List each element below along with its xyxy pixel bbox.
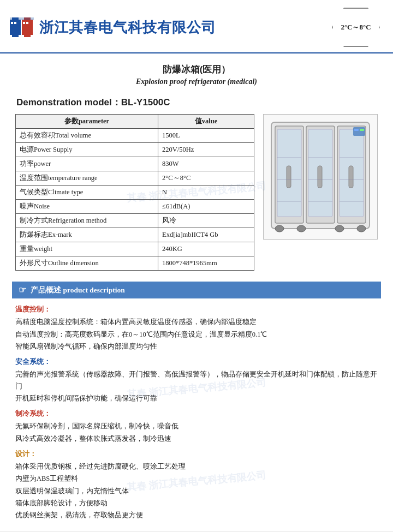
desc-item: 高精度电脑温度控制系统：箱体内置高灵敏度温度传感器，确保内部温度稳定 <box>15 316 378 328</box>
desc-item: 优质钢丝搁架，易清洗，存取物品更方便 <box>15 510 378 521</box>
product-title-cn: 防爆冰箱(医用） <box>5 63 388 76</box>
param-name: 重量weight <box>16 242 158 256</box>
svg-rect-18 <box>349 166 353 188</box>
desc-item: 智能风扇强制冷气循环，确保内部温度均匀性 <box>15 341 378 352</box>
svg-rect-5 <box>14 22 16 24</box>
table-row: 温度范围temperature range2°C～8°C <box>16 171 254 186</box>
product-image <box>263 114 378 240</box>
temp-badge: 2°C～8°C <box>332 8 380 47</box>
table-row: 外形尺寸Outline dimension1800*748*1965mm <box>16 256 254 271</box>
param-value: 240KG <box>158 242 254 256</box>
col2-header: 值value <box>158 115 254 129</box>
svg-rect-16 <box>287 166 291 188</box>
section-title-3: 设计： <box>15 449 378 460</box>
page-header: 浙江其春电气科技有限公司 2°C～8°C <box>0 0 393 53</box>
param-name: 制冷方式Refrigeration method <box>16 214 158 228</box>
param-value: N <box>158 186 254 200</box>
svg-rect-8 <box>10 17 34 20</box>
desc-item: 开机延时和停机间隔保护功能，确保运行可靠 <box>15 393 378 404</box>
model-number: BL-Y1500C <box>121 97 170 107</box>
svg-rect-28 <box>353 127 365 136</box>
section-title-2: 制冷系统： <box>15 408 378 420</box>
hand-icon: ☞ <box>19 285 26 295</box>
svg-rect-4 <box>11 22 13 24</box>
svg-rect-17 <box>318 166 322 188</box>
desc-item: 内壁为ABS工程塑料 <box>15 473 378 485</box>
desc-item: 箱体采用优质钢板，经过先进防腐硬化、喷涂工艺处理 <box>15 461 378 473</box>
table-row: 电源Power Supply220V/50Hz <box>16 143 254 157</box>
desc-section: ☞ 产品概述 product description 温度控制：高精度电脑温度控… <box>12 282 381 521</box>
table-row: 气候类型Climate typeN <box>16 186 254 200</box>
col1-header: 参数parameter <box>16 115 158 129</box>
main-content: 参数parameter 值value 总有效容积Total volume1500… <box>0 112 393 276</box>
svg-point-32 <box>297 225 306 232</box>
table-row: 噪声Noise≤61dB(A) <box>16 200 254 214</box>
table-row: 防爆标志Ex-markExd[ia]mbIICT4 Gb <box>16 228 254 242</box>
param-name: 电源Power Supply <box>16 143 158 157</box>
product-title-section: 防爆冰箱(医用） Explosion proof refrigerator (m… <box>0 53 393 91</box>
param-value: 830W <box>158 157 254 171</box>
desc-item: 风冷式高效冷凝器，整体吹胀式蒸发器，制冷迅速 <box>15 433 378 445</box>
svg-point-31 <box>275 225 284 232</box>
demo-model: Demonstration model：BL-Y1500C <box>0 91 393 112</box>
svg-rect-7 <box>26 22 28 24</box>
table-row: 制冷方式Refrigeration method风冷 <box>16 214 254 228</box>
svg-point-33 <box>335 225 344 232</box>
param-value: 风冷 <box>158 214 254 228</box>
demo-label: Demonstration model： <box>16 97 121 107</box>
table-row: 功率power830W <box>16 157 254 171</box>
logo-area: 浙江其春电气科技有限公司 <box>10 17 216 37</box>
param-name: 温度范围temperature range <box>16 171 158 186</box>
svg-point-34 <box>357 225 366 232</box>
svg-rect-6 <box>23 22 25 24</box>
desc-item: 箱体底部脚轮设计，方便移动 <box>15 498 378 509</box>
svg-rect-3 <box>24 17 31 37</box>
param-value: 1500L <box>158 129 254 143</box>
desc-item: 无氟环保制冷剂，国际名牌压缩机，制冷快，噪音低 <box>15 421 378 432</box>
desc-item: 完善的声光报警系统（传感器故障、开门报警、高低温报警等），物品存储更安全开机延时… <box>15 369 378 392</box>
section-title-1: 安全系统： <box>15 356 378 368</box>
desc-body: 温度控制：高精度电脑温度控制系统：箱体内置高灵敏度温度传感器，确保内部温度稳定自… <box>12 304 381 521</box>
param-value: ≤61dB(A) <box>158 200 254 214</box>
spec-table: 参数parameter 值value 总有效容积Total volume1500… <box>15 114 254 271</box>
param-value: 1800*748*1965mm <box>158 256 254 271</box>
svg-rect-29 <box>354 129 359 131</box>
param-name: 气候类型Climate type <box>16 186 158 200</box>
company-logo-icon <box>10 17 34 37</box>
svg-rect-1 <box>12 17 19 37</box>
table-row: 重量weight240KG <box>16 242 254 256</box>
svg-rect-30 <box>360 129 364 131</box>
desc-item: 自动温度控制：高亮度数码显示，在0～10℃范围内任意设定，温度显示精度0.1℃ <box>15 329 378 340</box>
param-value: 220V/50Hz <box>158 143 254 157</box>
param-name: 防爆标志Ex-mark <box>16 228 158 242</box>
desc-header: ☞ 产品概述 product description <box>12 282 381 298</box>
section-title-0: 温度控制： <box>15 304 378 315</box>
product-title-en: Explosion proof refrigerator (medical) <box>5 77 388 86</box>
param-name: 功率power <box>16 157 158 171</box>
param-value: Exd[ia]mbIICT4 Gb <box>158 228 254 242</box>
param-name: 总有效容积Total volume <box>16 129 158 143</box>
desc-item: 双层透明保温玻璃门，内充惰性气体 <box>15 486 378 497</box>
table-row: 总有效容积Total volume1500L <box>16 129 254 143</box>
param-value: 2°C～8°C <box>158 171 254 186</box>
desc-header-text: 产品概述 product description <box>31 285 125 295</box>
company-name: 浙江其春电气科技有限公司 <box>39 18 216 37</box>
temp-range-text: 2°C～8°C <box>341 22 371 32</box>
param-name: 噪声Noise <box>16 200 158 214</box>
param-name: 外形尺寸Outline dimension <box>16 256 158 271</box>
